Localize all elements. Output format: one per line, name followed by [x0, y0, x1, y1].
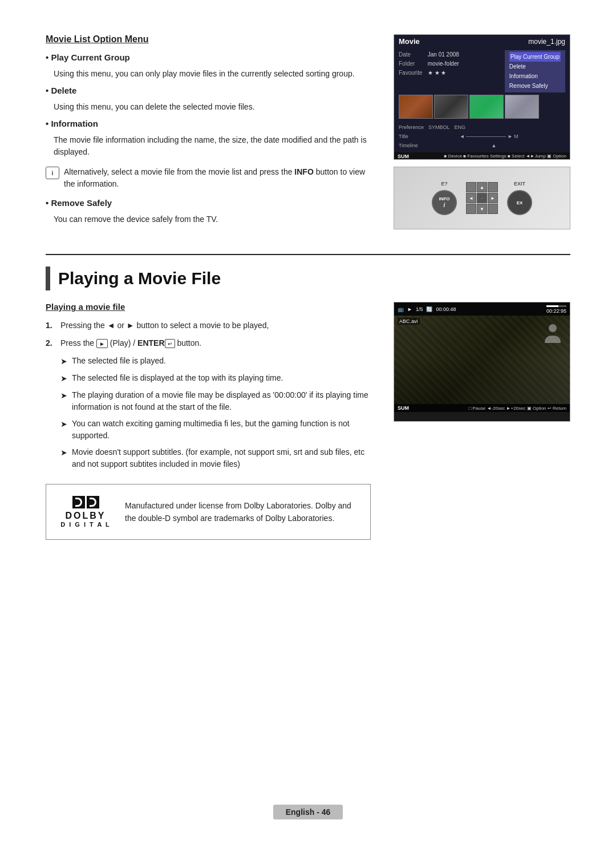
movie-folder-row: Folder movie-folder [399, 59, 502, 68]
main-content-section: Playing a movie file 1. Pressing the ◄ o… [46, 302, 570, 540]
bullet-delete-text: Using this menu, you can delete the sele… [54, 101, 371, 113]
arrow-text-4: You can watch exciting gaming multimedia… [72, 418, 371, 442]
arrow-text-1: The selected file is played. [72, 355, 166, 368]
bullet-remove-title: Remove Safely [51, 198, 112, 208]
top-left-content: Movie List Option Menu Play Current Grou… [46, 34, 371, 231]
page-footer: English - 46 [0, 805, 616, 819]
arrow-symbol-4: ➤ [60, 418, 67, 442]
player-index: 1/5 [416, 306, 423, 312]
player-time-total: 00:22:95 [546, 304, 566, 314]
arrow-text-5: Movie doesn't support subtitles. (for ex… [72, 446, 371, 470]
thumb-2 [434, 95, 468, 119]
accent-bar [46, 266, 50, 290]
player-progress-bar [546, 305, 566, 307]
remote-control-image: E? INFO i ▲ [394, 167, 570, 229]
player-tv-icon: 📺 [398, 306, 404, 312]
movie-pref-row: Preference SYMBOL ENG [399, 123, 565, 132]
player-file-index: ► [407, 306, 412, 312]
dolby-logo: DOLBY D I G I T A L [60, 496, 111, 528]
movie-ui-bottom: Preference SYMBOL ENG Title ◄ ──────────… [394, 121, 570, 152]
arrow-item-3: ➤ The playing duration of a movie file m… [60, 389, 371, 413]
movie-thumbnails [394, 92, 570, 121]
exit-remote-btn: EX [507, 190, 532, 215]
menu-play-current: Play Current Group [509, 52, 561, 62]
bullet-remove-text: You can remove the device safely from th… [54, 213, 371, 225]
step-2-number: 2. [46, 337, 56, 349]
player-top-bar: 📺 ► 1/5 🔄 00:00:48 00:22:95 [394, 302, 570, 316]
movie-fav-row: Favourite ★ ★ ★ [399, 68, 502, 78]
arrow-symbol-3: ➤ [60, 390, 67, 413]
menu-remove-safely: Remove Safely [509, 81, 561, 91]
bullet-info-text: The movie file information including the… [54, 134, 371, 158]
bullet-remove-safely: Remove Safely [46, 198, 371, 208]
player-time-current: 00:00:48 [436, 306, 456, 312]
player-controls: □ Pause ◄-20sec ►+20sec ▣ Option ↩ Retur… [468, 406, 566, 411]
dolby-square-1 [72, 496, 85, 508]
main-right-player: 📺 ► 1/5 🔄 00:00:48 00:22:95 [394, 302, 570, 540]
dolby-squares [72, 496, 99, 508]
movie-ui-title-label: Movie [399, 37, 420, 46]
movie-menu-panel: Play Current Group Delete Information Re… [505, 50, 565, 92]
arrow-item-4: ➤ You can watch exciting gaming multimed… [60, 418, 371, 442]
player-progress-fill [546, 305, 558, 307]
info-remote-btn: INFO i [432, 190, 457, 215]
dolby-description: Manufactured under license from Dolby La… [125, 499, 356, 525]
player-filename: ABC.avi [398, 318, 420, 325]
arrow-symbol-1: ➤ [60, 356, 67, 368]
player-ui-screenshot: 📺 ► 1/5 🔄 00:00:48 00:22:95 [394, 302, 570, 422]
enter-button-inline: ↵ [165, 339, 175, 348]
remote-buttons: E? INFO i ▲ [432, 181, 532, 215]
step-1: 1. Pressing the ◄ or ► button to select … [46, 320, 371, 332]
svg-point-0 [549, 324, 557, 332]
info-note-row: i Alternatively, select a movie file fro… [46, 166, 371, 190]
bullet-play-text: Using this menu, you can only play movie… [54, 68, 371, 80]
bullet-play-current-group: Play Current Group [46, 53, 371, 62]
dolby-word: DOLBY [66, 511, 106, 521]
remote-arrow-pad: ▲ ◄ · ► ▼ [466, 182, 498, 214]
menu-delete: Delete [509, 62, 561, 71]
play-button-inline: ► [96, 339, 108, 348]
section-divider [46, 254, 570, 255]
step-1-number: 1. [46, 320, 56, 332]
movie-ui-screenshot: Movie movie_1.jpg Date Jan 01 2008 Folde… [394, 34, 570, 160]
movie-controls: ■ Device ■ Favourites Settings ■ Select … [444, 154, 566, 159]
person-silhouette-icon [541, 321, 564, 344]
main-left-content: Playing a movie file 1. Pressing the ◄ o… [46, 302, 371, 540]
playing-title-bar: Playing a Movie File [46, 266, 570, 290]
top-right-images: Movie movie_1.jpg Date Jan 01 2008 Folde… [394, 34, 570, 231]
remote-visual: E? INFO i ▲ [394, 167, 570, 229]
arrow-item-5: ➤ Movie doesn't support subtitles. (for … [60, 446, 371, 470]
dolby-sub: D I G I T A L [60, 521, 111, 528]
movie-timeline-row: Timeline ▲ [399, 141, 565, 150]
player-video-content: ABC.avi [394, 316, 570, 404]
player-cycle-icon: 🔄 [426, 306, 432, 312]
bullet-delete-title: Delete [51, 86, 76, 95]
menu-information: Information [509, 71, 561, 81]
bullet-delete: Delete [46, 86, 371, 95]
player-info-left: 📺 ► 1/5 🔄 00:00:48 [398, 306, 456, 312]
step-2: 2. Press the ► (Play) / ENTER↵ button. [46, 337, 371, 349]
arrow-symbol-2: ➤ [60, 373, 67, 385]
thumb-3 [469, 95, 504, 119]
step-1-text: Pressing the ◄ or ► button to select a m… [60, 320, 269, 332]
playing-main-title: Playing a Movie File [58, 269, 221, 288]
arrow-item-2: ➤ The selected file is displayed at the … [60, 372, 371, 385]
arrow-symbol-5: ➤ [60, 447, 67, 470]
note-icon: i [46, 167, 59, 179]
dolby-section: DOLBY D I G I T A L Manufactured under l… [46, 484, 371, 540]
movie-title-row: Title ◄ ─────────── ► M [399, 132, 565, 141]
movie-ui-header: Movie movie_1.jpg [394, 35, 570, 48]
bullet-play-title: Play Current Group [51, 53, 129, 62]
dolby-d-shape-1 [75, 498, 82, 507]
arrow-item-1: ➤ The selected file is played. [60, 355, 371, 368]
movie-sum-label: SUM [398, 154, 409, 159]
movie-list-option-heading: Movie List Option Menu [46, 34, 371, 45]
thumb-1 [399, 95, 433, 119]
movie-sum-bar: SUM ■ Device ■ Favourites Settings ■ Sel… [394, 152, 570, 160]
movie-date-row: Date Jan 01 2008 [399, 50, 502, 59]
dolby-square-2 [87, 496, 99, 508]
arrow-text-3: The playing duration of a movie file may… [72, 389, 371, 413]
player-bottom-bar: SUM □ Pause ◄-20sec ►+20sec ▣ Option ↩ R… [394, 404, 570, 412]
note-text: Alternatively, select a movie file from … [64, 166, 371, 190]
arrow-text-2: The selected file is displayed at the to… [72, 372, 283, 385]
